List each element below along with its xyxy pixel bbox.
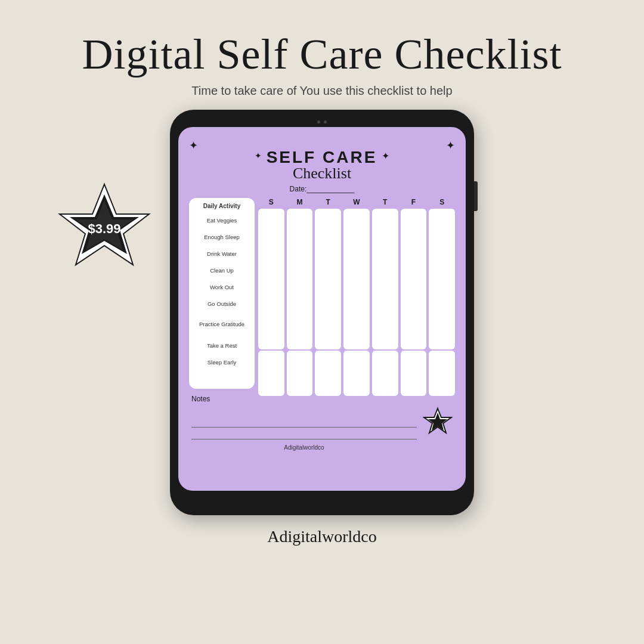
cb-r9c5[interactable] [372,370,398,396]
tablet: ✦ ✦ ✦ SELF CARE ✦ Checklist Date:_______… [170,110,474,515]
day-m: M [287,198,313,206]
day-s2: S [429,198,455,206]
cb-r9c6[interactable] [401,370,427,396]
cb-r9c7[interactable] [429,370,455,396]
checkbox-row-8 [258,351,455,367]
notes-line-1 [191,420,417,428]
day-s1: S [258,198,284,206]
main-area: $3.99 ✦ ✦ ✦ SELF [0,110,644,515]
day-f: F [401,198,427,206]
screen-date: Date:____________ [290,185,355,193]
tablet-screen: ✦ ✦ ✦ SELF CARE ✦ Checklist Date:_______… [178,127,466,491]
checkbox-row-5 [258,285,455,302]
cb-r7c5[interactable] [372,323,398,349]
camera-dot-2 [324,120,327,123]
star-right-top: ✦ [446,139,455,152]
day-t1: T [315,198,341,206]
tablet-frame: ✦ ✦ ✦ SELF CARE ✦ Checklist Date:_______… [170,110,474,515]
tablet-side-button [474,181,478,211]
page-subtitle: Time to take care of You use this checkl… [191,84,452,98]
cb-r9c3[interactable] [315,370,341,396]
cb-r7c1[interactable] [258,323,284,349]
checkbox-row-7 [258,323,455,348]
checkbox-row-1 [258,209,455,225]
notes-line-2 [191,432,417,439]
activity-go-outside: Go Outside [193,295,251,312]
notes-label: Notes [191,395,453,403]
day-w: W [343,198,370,206]
column-header: Daily Activity [193,203,251,209]
activity-rows: Eat Veggies Enough Sleep Drink Water Cle… [193,212,251,370]
cb-r7c2[interactable] [287,323,313,349]
cb-r9c4[interactable] [343,370,370,396]
price-label: $3.99 [88,221,120,237]
screen-title-checklist: Checklist [293,165,351,182]
activity-work-out: Work Out [193,278,251,295]
bottom-star-icon [423,407,453,436]
watermark-text: Adigitalworldco [191,444,417,451]
camera-bar [178,120,466,123]
checkbox-row-3 [258,247,455,264]
stars-decoration: ✦ ✦ [189,139,455,152]
checkbox-row-4 [258,266,455,283]
notes-bottom: Adigitalworldco [191,407,453,451]
camera-dot [317,120,320,123]
grid-area: S M T W T F S [258,198,455,389]
cb-r9c1[interactable] [258,370,284,396]
cb-r7c4[interactable] [343,323,370,349]
activity-take-rest: Take a Rest [193,337,251,354]
activity-drink-water: Drink Water [193,245,251,262]
activity-practice-gratitude: Practice Gratitude [193,312,251,337]
day-t2: T [372,198,398,206]
page-title: Digital Self Care Checklist [82,30,562,79]
day-headers: S M T W T F S [258,198,455,206]
footer-brand: Adigitalworldco [267,527,377,546]
notes-lines: Adigitalworldco [191,420,417,451]
checkbox-row-6 [258,304,455,321]
star-left-top: ✦ [189,139,198,152]
activity-sleep-early: Sleep Early [193,354,251,370]
activity-eat-veggies: Eat Veggies [193,212,251,228]
price-badge: $3.99 [57,181,152,277]
activity-column: Daily Activity Eat Veggies Enough Sleep … [189,198,255,389]
checkbox-row-9 [258,370,455,386]
checkbox-grid [258,209,455,389]
checkbox-row-2 [258,228,455,244]
activity-clean-up: Clean Up [193,262,251,278]
screen-header: ✦ ✦ ✦ SELF CARE ✦ Checklist Date:_______… [189,139,455,193]
cb-r9c2[interactable] [287,370,313,396]
checklist-container: Daily Activity Eat Veggies Enough Sleep … [189,198,455,389]
star-title-left: ✦ [255,151,262,161]
cb-r7c3[interactable] [315,323,341,349]
cb-r7c6[interactable] [401,323,427,349]
bottom-star-area [423,407,453,439]
activity-enough-sleep: Enough Sleep [193,228,251,245]
cb-r7c7[interactable] [429,323,455,349]
notes-area: Notes Adigitalworldco [189,395,455,451]
